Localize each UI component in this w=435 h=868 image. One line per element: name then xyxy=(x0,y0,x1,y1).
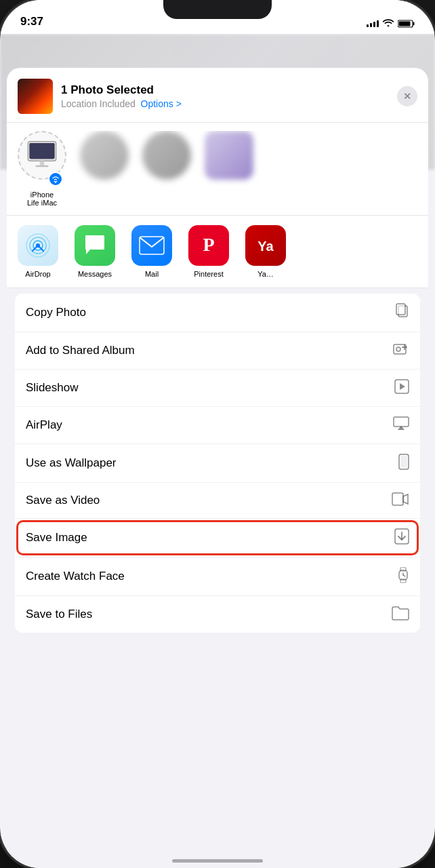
copy-photo-icon xyxy=(394,303,409,322)
svg-text:P: P xyxy=(203,234,214,255)
pinterest-icon: P xyxy=(188,225,229,266)
svg-rect-1 xyxy=(413,22,415,25)
airplay-action-icon xyxy=(393,416,409,434)
ya-icon: Ya xyxy=(245,225,286,266)
device-row: iPhoneLife iMac xyxy=(7,123,428,216)
phone-frame: 9:37 xyxy=(0,0,435,868)
signal-bars-icon xyxy=(367,20,379,27)
mail-icon xyxy=(131,225,172,266)
action-create-watch-face[interactable]: Create Watch Face xyxy=(15,557,420,596)
status-icons xyxy=(367,18,415,28)
svg-line-33 xyxy=(403,575,405,576)
svg-rect-14 xyxy=(140,237,164,254)
svg-rect-7 xyxy=(35,165,48,167)
app-item-ya[interactable]: Ya Ya… xyxy=(245,225,286,278)
device-label-imac: iPhoneLife iMac xyxy=(27,191,57,207)
share-subtitle: Location Included Options > xyxy=(61,98,389,109)
svg-point-9 xyxy=(55,182,56,183)
pinterest-label: Pinterest xyxy=(194,270,223,278)
save-as-video-label: Save as Video xyxy=(26,494,100,507)
header-text: 1 Photo Selected Location Included Optio… xyxy=(61,83,389,109)
ya-label: Ya… xyxy=(257,270,274,278)
imac-icon xyxy=(22,136,62,175)
blurred-device-3 xyxy=(205,131,253,180)
slideshow-icon xyxy=(394,379,409,397)
options-link[interactable]: Options > xyxy=(141,98,182,109)
phone-screen: 9:37 xyxy=(0,0,435,868)
svg-rect-18 xyxy=(396,304,405,315)
add-shared-album-icon xyxy=(393,342,409,359)
share-title: 1 Photo Selected xyxy=(61,83,389,97)
action-save-to-files[interactable]: Save to Files xyxy=(15,596,420,633)
device-item-blurred-2[interactable] xyxy=(142,131,191,207)
slideshow-label: Slideshow xyxy=(26,381,79,395)
status-time: 9:37 xyxy=(20,15,43,28)
photo-thumbnail xyxy=(18,79,53,114)
messages-label: Messages xyxy=(78,270,112,278)
save-image-label: Save Image xyxy=(26,531,87,545)
action-group-1: Copy Photo Add to Shared Album xyxy=(15,294,420,633)
action-add-shared-album[interactable]: Add to Shared Album xyxy=(15,332,420,370)
action-copy-photo[interactable]: Copy Photo xyxy=(15,294,420,332)
svg-rect-25 xyxy=(400,456,407,468)
svg-rect-2 xyxy=(399,21,411,26)
device-item-imac[interactable]: iPhoneLife iMac xyxy=(18,131,66,207)
save-image-icon xyxy=(394,528,409,547)
signal-bar-2 xyxy=(370,23,372,27)
action-use-as-wallpaper[interactable]: Use as Wallpaper xyxy=(15,444,420,483)
svg-marker-22 xyxy=(400,383,405,390)
action-save-image[interactable]: Save Image xyxy=(15,519,420,557)
airdrop-icon xyxy=(18,225,58,266)
mail-label: Mail xyxy=(145,270,159,278)
wallpaper-icon xyxy=(398,454,409,473)
airplay-label: AirPlay xyxy=(26,418,62,432)
copy-photo-label: Copy Photo xyxy=(26,306,86,319)
svg-point-20 xyxy=(396,347,400,351)
action-list: Copy Photo Add to Shared Album xyxy=(7,288,428,868)
signal-bar-3 xyxy=(373,22,375,27)
svg-rect-23 xyxy=(394,417,409,427)
svg-rect-6 xyxy=(40,161,44,165)
airplay-badge xyxy=(48,172,63,186)
svg-rect-5 xyxy=(30,143,55,159)
svg-text:Ya: Ya xyxy=(257,239,274,254)
home-indicator xyxy=(172,859,263,863)
action-slideshow[interactable]: Slideshow xyxy=(15,370,420,407)
share-sheet: 1 Photo Selected Location Included Optio… xyxy=(7,68,428,868)
app-row: AirDrop Messages xyxy=(7,216,428,288)
add-shared-album-label: Add to Shared Album xyxy=(26,344,135,357)
close-icon: ✕ xyxy=(403,91,411,102)
app-item-airdrop[interactable]: AirDrop xyxy=(18,225,58,278)
action-airplay[interactable]: AirPlay xyxy=(15,407,420,444)
device-item-blurred-1[interactable] xyxy=(80,131,129,207)
device-scroll: iPhoneLife iMac xyxy=(7,131,428,207)
location-included-text: Location Included xyxy=(61,98,136,109)
create-watch-face-label: Create Watch Face xyxy=(26,570,125,583)
app-item-messages[interactable]: Messages xyxy=(75,225,115,278)
save-to-files-label: Save to Files xyxy=(26,608,92,621)
signal-bar-1 xyxy=(367,24,369,27)
battery-icon xyxy=(398,20,415,28)
app-item-pinterest[interactable]: P Pinterest xyxy=(188,225,229,278)
watch-icon xyxy=(397,567,409,586)
signal-bar-4 xyxy=(377,20,379,27)
video-icon xyxy=(392,492,409,509)
close-button[interactable]: ✕ xyxy=(397,86,417,106)
messages-icon xyxy=(75,225,115,266)
action-save-as-video[interactable]: Save as Video xyxy=(15,483,420,519)
svg-rect-26 xyxy=(392,493,403,505)
use-as-wallpaper-label: Use as Wallpaper xyxy=(26,456,117,470)
notch xyxy=(163,0,272,19)
files-icon xyxy=(392,606,409,623)
airdrop-label: AirDrop xyxy=(25,270,50,278)
device-item-blurred-3[interactable] xyxy=(205,131,253,207)
app-item-mail[interactable]: Mail xyxy=(131,225,172,278)
blurred-device-2 xyxy=(142,131,191,180)
blurred-device-1 xyxy=(80,131,129,180)
app-scroll: AirDrop Messages xyxy=(7,225,428,278)
share-header: 1 Photo Selected Location Included Optio… xyxy=(7,68,428,123)
wifi-icon xyxy=(383,18,394,28)
